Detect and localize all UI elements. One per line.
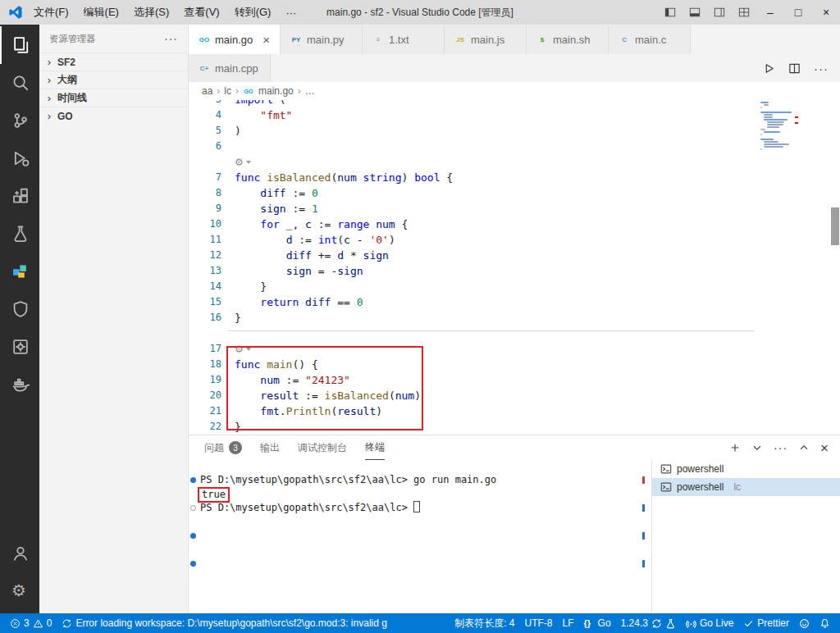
toggle-secondary-sidebar-icon[interactable]: [707, 0, 732, 25]
status-tab-size[interactable]: 制表符长度: 4: [450, 613, 519, 633]
activity-bar: ⚙: [0, 25, 39, 613]
menu-item-2[interactable]: 选择(S): [126, 0, 176, 25]
close-button[interactable]: ×: [812, 0, 840, 25]
status-prettier[interactable]: Prettier: [738, 613, 794, 633]
sidebar-section-SF2[interactable]: ›SF2: [39, 52, 188, 71]
status-encoding[interactable]: UTF-8: [520, 613, 558, 633]
panel-tab-问题[interactable]: 问题3: [204, 436, 242, 460]
activitybar-manage[interactable]: ⚙: [0, 572, 39, 610]
terminal[interactable]: PS D:\mysetup\gopath\src\sf2\aa\lc> go r…: [189, 460, 651, 613]
toggle-sidebar-icon[interactable]: [658, 0, 682, 25]
remote-explorer-icon: [11, 338, 30, 356]
terminal-list-item[interactable]: powershell: [652, 460, 840, 478]
close-panel-icon[interactable]: ×: [820, 441, 829, 455]
split-editor-icon[interactable]: [788, 62, 801, 75]
close-tab-icon[interactable]: ×: [262, 34, 270, 46]
tab-main.c[interactable]: Cmain.c: [609, 25, 691, 54]
activitybar-testing[interactable]: [0, 215, 39, 253]
status-go-live[interactable]: Go Live: [681, 613, 738, 633]
breadcrumb-symbol[interactable]: …: [305, 85, 315, 97]
activitybar-extensions[interactable]: [0, 177, 39, 215]
activitybar-docker[interactable]: [0, 366, 39, 403]
panel-tab-输出[interactable]: 输出: [260, 436, 280, 460]
new-terminal-icon[interactable]: [729, 442, 741, 453]
maximize-button[interactable]: □: [784, 0, 812, 25]
menu-item-5[interactable]: ···: [278, 0, 304, 25]
prettier-icon: [743, 618, 754, 629]
sidebar-more-icon[interactable]: ···: [164, 32, 178, 45]
tab-1.txt[interactable]: ≡1.txt: [363, 25, 445, 54]
line-number: 6: [189, 139, 221, 154]
activitybar-extension-shield[interactable]: [0, 290, 39, 328]
breadcrumb-item-aa[interactable]: aa: [202, 85, 212, 97]
maximize-panel-icon[interactable]: [798, 442, 810, 453]
menu-item-3[interactable]: 查看(V): [176, 0, 226, 25]
activitybar-source-control[interactable]: [0, 102, 39, 139]
activitybar-explorer[interactable]: [0, 26, 39, 64]
menu-item-1[interactable]: 编辑(E): [76, 0, 126, 25]
tab-row-2: C+main.cpp···: [189, 54, 840, 82]
code-line: 10 for _, c := range num {: [189, 216, 840, 232]
tab-main.py[interactable]: PYmain.py: [281, 25, 363, 54]
activitybar-search[interactable]: [0, 64, 39, 102]
panel-more-icon[interactable]: ···: [774, 442, 788, 453]
code-lines: 3import (4 "fmt"5)6⚙7func isBalanced(num…: [189, 100, 840, 435]
status-language-mode[interactable]: {}Go: [579, 613, 616, 633]
activitybar-extension-colored[interactable]: [0, 253, 39, 290]
panel-tab-调试控制台[interactable]: 调试控制台: [298, 436, 347, 460]
tab-main.sh[interactable]: $main.sh: [527, 25, 609, 54]
customize-layout-icon[interactable]: [732, 0, 756, 25]
run-file-icon[interactable]: [763, 62, 775, 75]
code-line: 5): [189, 123, 840, 139]
overview-ruler-mark: [642, 504, 645, 512]
tab-main.js[interactable]: JSmain.js: [445, 25, 527, 54]
code-line: 8 diff := 0: [189, 185, 840, 201]
tab-label: main.c: [635, 34, 666, 46]
activitybar-accounts[interactable]: [0, 535, 39, 572]
problems-status[interactable]: 3 0: [5, 613, 57, 633]
activitybar-run-and-debug[interactable]: [0, 139, 39, 177]
status-feedback[interactable]: [794, 613, 815, 633]
codelens-decoration[interactable]: ⚙: [189, 154, 840, 170]
code-line: 18func main() {: [189, 357, 840, 372]
line-number: 15: [189, 294, 221, 310]
command-decoration-dot: [190, 477, 196, 483]
sidebar-section-大纲[interactable]: ›大纲: [39, 71, 188, 89]
panel-tab-终端[interactable]: 终端: [365, 436, 385, 460]
status-notifications[interactable]: [815, 613, 835, 633]
sidebar-section-GO[interactable]: ›GO: [39, 107, 188, 125]
run-gear-icon[interactable]: ⚙: [235, 157, 251, 167]
tab-main.cpp[interactable]: C+main.cpp: [189, 54, 271, 82]
menu-item-4[interactable]: 转到(G): [227, 0, 279, 25]
code-line: 7func isBalanced(num string) bool {: [189, 170, 840, 185]
minimize-button[interactable]: –: [756, 0, 784, 25]
line-number: 9: [189, 201, 221, 216]
editor[interactable]: 3import (4 "fmt"5)6⚙7func isBalanced(num…: [189, 100, 840, 435]
editor-more-icon[interactable]: ···: [814, 61, 829, 75]
menu-item-0[interactable]: 文件(F): [26, 0, 76, 25]
breadcrumb-file[interactable]: main.go: [258, 85, 294, 97]
terminal-list-item[interactable]: powershelllc: [652, 478, 840, 496]
activitybar-remote-explorer[interactable]: [0, 328, 39, 366]
workspace-error-status[interactable]: Error loading workspace: D:\mysetup\gopa…: [57, 613, 392, 633]
line-number: 18: [189, 357, 221, 372]
tab-main.go[interactable]: GOmain.go×: [189, 25, 281, 54]
tab-label: main.sh: [553, 34, 591, 46]
line-number: 19: [189, 372, 221, 388]
minimap[interactable]: [759, 102, 795, 151]
editor-scrollbar[interactable]: [831, 207, 839, 245]
file-type-icon: C: [619, 36, 630, 43]
toggle-panel-icon[interactable]: [682, 0, 707, 25]
sidebar-section-时间线[interactable]: ›时间线: [39, 89, 188, 107]
line-number: 7: [189, 170, 221, 185]
extensions-icon: [11, 187, 30, 205]
status-eol[interactable]: LF: [558, 613, 579, 633]
menu-bar: 文件(F)编辑(E)选择(S)查看(V)转到(G)···: [26, 0, 304, 25]
terminal-text: PS D:\mysetup\gopath\src\sf2\aa\lc> go r…: [200, 474, 496, 485]
status-go-version[interactable]: 1.24.3: [616, 613, 681, 633]
breadcrumb-item-lc[interactable]: lc: [224, 85, 231, 97]
terminal-line: true: [189, 487, 651, 501]
breadcrumb: aa›lc›GOmain.go›…: [189, 82, 840, 100]
terminal-dropdown-icon[interactable]: [751, 442, 763, 453]
run-gear-icon[interactable]: ⚙: [235, 344, 251, 354]
